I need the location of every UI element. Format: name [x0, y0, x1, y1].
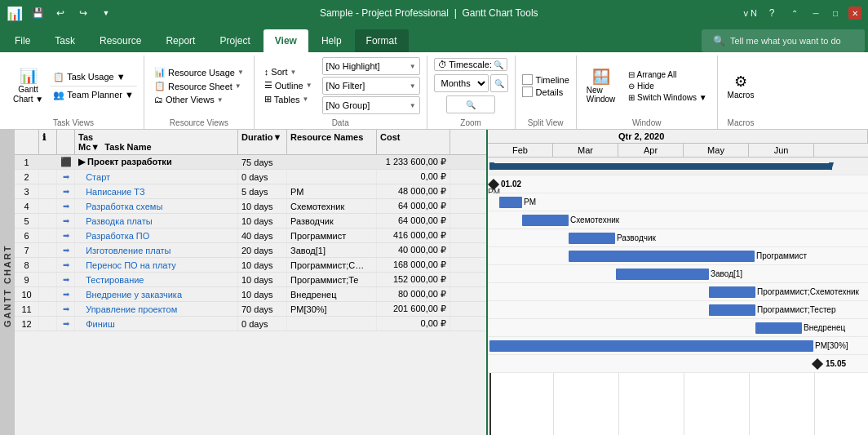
team-planner-icon: 👥 — [53, 90, 64, 100]
task-usage-btn[interactable]: 📋 Task Usage ▼ — [50, 71, 137, 83]
resource-sheet-icon: 📋 — [154, 81, 166, 91]
timeline-checkbox[interactable] — [522, 74, 533, 85]
gantt-bar-8 — [709, 286, 755, 298]
gantt-milestone-12 — [812, 358, 823, 370]
timeline-label: Timeline — [536, 75, 569, 85]
sort-label: Sort — [271, 67, 287, 77]
help-btn[interactable]: ? — [764, 5, 780, 21]
new-window-btn[interactable]: 🪟 NewWindow — [583, 66, 619, 105]
outline-icon: ☰ — [264, 80, 272, 91]
zoom-btn[interactable]: 🔍 — [490, 74, 508, 92]
task-usage-label: Task Usage ▼ — [67, 72, 125, 82]
title-bar-left: 📊 💾 ↩ ↪ ▼ — [7, 5, 114, 21]
gantt-row-9: Программист;Тестер — [488, 301, 868, 319]
gantt-row-12: 15.05 — [488, 355, 868, 373]
col-header-cost[interactable]: Cost — [377, 130, 450, 154]
filter-dropdown[interactable]: [No Filter] ▼ — [322, 77, 420, 95]
gantt-label-6: Программист — [756, 251, 807, 260]
table-row[interactable]: 4 ➡ Разработка схемы 10 days Схемотехник… — [15, 199, 486, 214]
resource-sheet-btn[interactable]: 📋 Resource Sheet ▼ — [151, 80, 247, 92]
macros-group-label: Macros — [718, 118, 764, 127]
table-row[interactable]: 9 ➡ Тестирование 10 days Программист;Те … — [15, 273, 486, 287]
switch-windows-btn[interactable]: ⊞ Switch Windows ▼ — [625, 92, 710, 103]
search-area[interactable]: 🔍 Tell me what you want to do — [702, 29, 865, 52]
sort-icon: ↕ — [264, 67, 269, 77]
tab-task[interactable]: Task — [43, 29, 86, 52]
table-row[interactable]: 3 ➡ Написание ТЗ 5 days PM 48 000,00 ₽ — [15, 184, 486, 199]
timescale-select[interactable]: Months — [434, 74, 489, 92]
zoom-search-btn[interactable]: 🔍 — [446, 95, 495, 113]
highlight-dropdown[interactable]: [No Highlight] ▼ — [322, 57, 420, 75]
gantt-row-4: Схемотехник — [488, 211, 868, 229]
window-group-label: Window — [577, 118, 717, 127]
outline-label: Outline — [275, 81, 303, 91]
table-row[interactable]: 5 ➡ Разводка платы 10 days Разводчик 64 … — [15, 214, 486, 229]
timescale-label: Timescale: — [449, 60, 492, 69]
gantt-chart-label: GanttChart ▼ — [13, 85, 43, 104]
gantt-row-1 — [488, 158, 868, 175]
title-bar-right: v N ? ⌃ ─ □ ✕ — [743, 5, 861, 21]
col-header-id — [15, 130, 39, 154]
gantt-bar-3 — [499, 197, 522, 208]
tab-report[interactable]: Report — [154, 29, 206, 52]
other-views-label: Other Views — [166, 95, 215, 104]
table-row[interactable]: 12 ➡ Финиш 0 days 0,00 ₽ — [15, 317, 486, 331]
new-window-icon: 🪟 — [592, 68, 610, 86]
team-planner-btn[interactable]: 👥 Team Planner ▼ — [50, 89, 137, 101]
col-header-info: ℹ — [39, 130, 57, 154]
group-dropdown[interactable]: [No Group] ▼ — [322, 96, 420, 114]
col-header-resource[interactable]: Resource Names — [287, 130, 377, 154]
other-views-btn[interactable]: 🗂 Other Views ▼ — [151, 94, 247, 105]
table-row[interactable]: 10 ➡ Внедрение у заказчика 10 days Внедр… — [15, 287, 486, 302]
macros-btn[interactable]: ⚙ Macros — [724, 71, 758, 101]
col-header-taskname[interactable]: Tas Mc▼ Task Name — [75, 130, 238, 154]
split-view-label: Split View — [516, 118, 576, 127]
outline-btn[interactable]: ☰ Outline ▼ — [261, 79, 316, 91]
tab-file[interactable]: File — [3, 29, 42, 52]
undo-btn[interactable]: ↩ — [52, 5, 69, 21]
tab-help[interactable]: Help — [310, 29, 353, 52]
gantt-row-8: Программист;Схемотехник — [488, 283, 868, 301]
tables-icon: ⊞ — [264, 94, 272, 104]
table-row[interactable]: 1 ⬛ ▶ Проект разработки 75 days 1 233 60… — [15, 155, 486, 170]
table-header: ℹ Tas Mc▼ Task Name Duratio▼ Resource Na… — [15, 130, 486, 155]
tab-view[interactable]: View — [264, 29, 308, 52]
gantt-bar-10 — [755, 322, 802, 334]
resource-usage-btn[interactable]: 📊 Resource Usage ▼ — [151, 66, 247, 78]
app-icon: 📊 — [7, 6, 23, 21]
tables-btn[interactable]: ⊞ Tables ▼ — [261, 93, 316, 105]
details-checkbox[interactable] — [522, 87, 533, 97]
gantt-label-10: Внедренец — [804, 323, 845, 332]
table-row[interactable]: 6 ➡ Разработка ПО 40 days Программист 41… — [15, 229, 486, 243]
close-btn[interactable]: ✕ — [848, 7, 861, 20]
gantt-body[interactable]: 01.02 PM PM Схемотехник Разводчик Пр — [488, 158, 868, 435]
redo-btn[interactable]: ↪ — [75, 5, 91, 21]
window-group-content: 🪟 NewWindow ⊟ Arrange All ⊖ Hide ⊞ Switc… — [583, 57, 711, 126]
gantt-chart-btn[interactable]: 📊 GanttChart ▼ — [10, 65, 46, 106]
qat-dropdown[interactable]: ▼ — [98, 5, 114, 21]
col-header-duration[interactable]: Duratio▼ — [238, 130, 287, 154]
table-row[interactable]: 7 ➡ Изготовление платы 20 days Завод[1] … — [15, 243, 486, 258]
details-checkbox-row[interactable]: Details — [522, 87, 569, 97]
timeline-checkbox-row[interactable]: Timeline — [522, 74, 569, 85]
zoom-group-content: ⏱ Timescale: 🔍 Months 🔍 🔍 — [434, 57, 508, 126]
gantt-bar-7 — [616, 269, 709, 280]
details-label: Details — [536, 87, 564, 97]
tab-format[interactable]: Format — [355, 29, 409, 52]
hide-btn[interactable]: ⊖ Hide — [625, 81, 710, 91]
tables-label: Tables — [274, 95, 300, 104]
table-row[interactable]: 2 ➡ Старт 0 days 0,00 ₽ — [15, 170, 486, 184]
ribbon-toggle-btn[interactable]: ⌃ — [786, 5, 803, 21]
table-row[interactable]: 8 ➡ Перенос ПО на плату 10 days Программ… — [15, 258, 486, 273]
gantt-row-7: Завод[1] — [488, 265, 868, 283]
table-body: 1 ⬛ ▶ Проект разработки 75 days 1 233 60… — [15, 155, 486, 435]
maximize-btn[interactable]: □ — [829, 7, 842, 20]
minimize-btn[interactable]: ─ — [809, 7, 822, 20]
sort-btn[interactable]: ↕ Sort ▼ — [261, 66, 316, 78]
arrange-all-btn[interactable]: ⊟ Arrange All — [625, 69, 710, 80]
tab-resource[interactable]: Resource — [88, 29, 153, 52]
tab-project[interactable]: Project — [208, 29, 261, 52]
ribbon-tabs: File Task Resource Report Project View H… — [0, 26, 868, 52]
save-btn[interactable]: 💾 — [29, 5, 46, 21]
table-row[interactable]: 11 ➡ Управление проектом 70 days PM[30%]… — [15, 302, 486, 317]
